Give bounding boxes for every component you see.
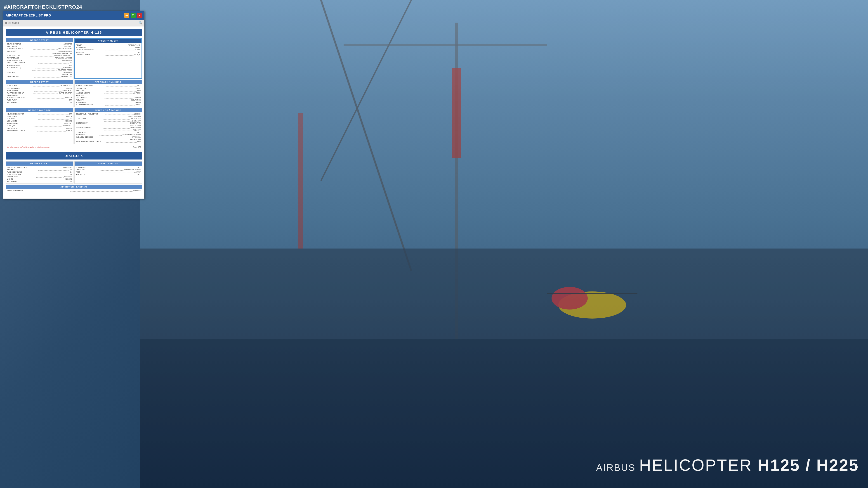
after-take-off-items: POWERTORQUE, T4, NG ROTOR RPMGREEN NO WA… [75,43,142,57]
approach-landing-section: APPROACH / LANDING HEATER / DEMISTEROFF … [74,80,142,107]
after-ldg-parking-section: AFTER LDG / PARKING COLLECTIVE / FUEL LE… [74,108,142,144]
list-item: PITOT HEATON [7,181,72,183]
overlay-line1: AIRBUS [596,462,636,473]
before-start-section: BEFORE START SEATS & PEDALSADJUSTED SEAT… [6,38,73,79]
h125-checklist-grid: BEFORE START SEATS & PEDALSADJUSTED SEAT… [6,38,142,144]
svg-rect-5 [452,68,461,158]
draco-before-start-items: PREFLIGHT INSPECTIONCOMPLETE BATTERYON A… [6,166,73,184]
hashtag-title: #AIRCRAFTCHECKLISTPRO24 [4,4,82,10]
overlay-helicopter-label: HELICOPTER [639,456,758,474]
before-start-items: SEATS & PEDALSADJUSTED SEAT BELTSFASTENE… [6,42,73,78]
before-start-2-section: BEFORE START FUEL PUMPON MAX 20 SEC FLI … [6,80,73,107]
draco-after-take-off-items: CLIMB RATESET THROTTLESET FOR CLB POWER … [74,166,142,176]
content-area[interactable]: AIRBUS HELICOPTER H-125 BEFORE START SEA… [3,26,144,199]
search-indicator [5,22,7,24]
before-take-off-section: BEFORE TAKE OFF HEATER / DEMISTEROFF FUE… [6,108,73,144]
draco-section: DRACO X BEFORE START PREFLIGHT INSPECTIO… [6,152,142,193]
window-controls: — ❐ ✕ [124,13,142,18]
before-take-off-header: BEFORE TAKE OFF [6,108,73,112]
title-bar: AIRCRAFT CHECKLIST PRO — ❐ ✕ [3,11,144,20]
footer-disclaimer: Not to be used for real-world navigation… [7,146,50,148]
approach-landing-header: APPROACH / LANDING [74,80,142,84]
after-take-off-section: AFTER TAKE OFF POWERTORQUE, T4, NG ROTOR… [74,38,142,79]
app-window: AIRCRAFT CHECKLIST PRO — ❐ ✕ 🔍 AIRBUS HE… [3,11,145,199]
before-start-2-header: BEFORE START [6,80,73,84]
overlay-line2: HELICOPTER H125 / H225 [639,456,859,475]
svg-rect-7 [140,249,868,339]
draco-approach-landing-items: APPROACH SPEEDSTABILIZE [6,189,142,193]
draco-approach-landing-section: APPROACH / LANDING APPROACH SPEEDSTABILI… [6,185,142,193]
after-ldg-parking-items: COLLECTIVE / FUEL LEVERLOCKED / IDLE POS… [74,112,142,144]
background-overlay [140,0,868,488]
search-input[interactable] [8,22,139,24]
svg-rect-6 [298,113,303,249]
overlay-text-container: AIRBUS HELICOPTER H125 / H225 [596,456,859,475]
search-bar: 🔍 [3,20,144,26]
list-item: LANDING LIGHTSAS RQR [76,54,141,56]
list-item: NO WARNING LIGHTSCHECK [7,129,72,132]
list-item: NO WARNING LIGHTSCHECK [76,104,141,106]
list-item: AUTOPILOTSET [76,173,141,176]
draco-title: DRACO X [6,152,142,160]
draco-after-take-off-header: AFTER TAKE OFF [74,162,142,166]
list-item: PITOT HEATON [7,101,72,104]
before-start-header: BEFORE START [6,38,73,42]
draco-before-start-header: BEFORE START [6,162,73,166]
overlay-model-label: H125 / H225 [758,456,859,474]
search-icon: 🔍 [139,21,143,25]
close-button[interactable]: ✕ [137,13,142,18]
list-item: APPROACH SPEEDSTABILIZE [7,190,141,192]
draco-checklist-grid: BEFORE START PREFLIGHT INSPECTIONCOMPLET… [6,161,142,193]
h125-title: AIRBUS HELICOPTER H-125 [6,29,142,36]
before-take-off-items: HEATER / DEMISTEROFF FUEL LEVERFLIGHT FR… [6,112,73,133]
list-item: GENERATORSREMAINS OFF [7,76,72,78]
svg-point-10 [552,287,588,310]
window-title: AIRCRAFT CHECKLIST PRO [6,13,51,17]
minimize-button[interactable]: — [124,13,129,18]
after-take-off-header: AFTER TAKE OFF [75,38,142,43]
footer-page: Page 173 [133,146,141,148]
draco-after-take-off-section: AFTER TAKE OFF CLIMB RATESET THROTTLESET… [74,161,142,184]
draco-approach-landing-header: APPROACH / LANDING [6,185,142,189]
list-item: BAT & ANTI COLLISION LIGHTSOFF [76,140,141,143]
maximize-button[interactable]: ❐ [131,13,135,18]
h125-section: AIRBUS HELICOPTER H-125 BEFORE START SEA… [6,29,142,149]
before-start-2-items: FUEL PUMPON MAX 20 SEC FLI / W/L PANELCH… [6,84,73,104]
h125-footer: Not to be used for real-world navigation… [6,145,142,149]
approach-landing-items: HEATER / DEMISTEROFF FUEL LEVERFLIGHT FR… [74,84,142,107]
draco-before-start-section: BEFORE START PREFLIGHT INSPECTIONCOMPLET… [6,161,73,184]
after-ldg-parking-header: AFTER LDG / PARKING [74,108,142,112]
